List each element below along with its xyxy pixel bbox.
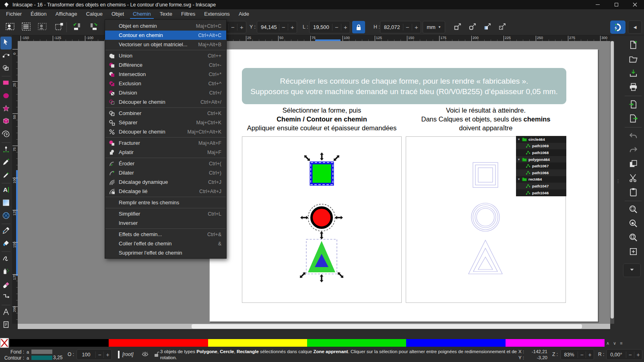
layer-lock-toggle[interactable]: [154, 351, 159, 358]
stroke-width-value[interactable]: 3,25: [53, 355, 62, 360]
y-plus-button[interactable]: +: [288, 24, 297, 31]
menubar-item-extensions[interactable]: Extensions: [200, 9, 234, 19]
tool-star[interactable]: [0, 103, 12, 116]
tool-connector[interactable]: [0, 291, 12, 304]
zoom-plus-button[interactable]: +: [586, 352, 594, 358]
palette-scroll-up-icon[interactable]: ∧: [606, 341, 609, 346]
menu-item-diff-rence[interactable]: DifférenceCtrl+-: [105, 60, 226, 70]
import-button[interactable]: [626, 99, 640, 111]
menu-item-simplifier[interactable]: SimplifierCtrl+L: [105, 209, 226, 218]
export-button[interactable]: [626, 113, 640, 125]
menu-item-aplatir[interactable]: AplatirMaj+F: [105, 148, 226, 157]
menu-item-d-couper-le-chemin[interactable]: Découper le cheminCtrl+Alt+/: [105, 97, 226, 107]
menu-item-d-couper-le-chemin[interactable]: Découper le cheminMaj+Ctrl+Alt+K: [105, 127, 226, 136]
selection-box-button[interactable]: [52, 21, 66, 34]
menu-item-effets-de-chemin[interactable]: Effets de chemin...Ctrl+&: [105, 230, 226, 239]
tool-gradient[interactable]: [0, 197, 12, 210]
save-button[interactable]: [626, 68, 640, 80]
tool-eraser[interactable]: [0, 278, 12, 291]
width-plus-button[interactable]: +: [341, 24, 350, 31]
menu-item-inverser[interactable]: Inverser: [105, 218, 226, 228]
palette-color-swatch[interactable]: [506, 339, 605, 347]
minimize-button[interactable]: [588, 0, 607, 9]
zoom-value[interactable]: 83%: [561, 352, 578, 358]
select-all-layers-button[interactable]: [19, 21, 33, 34]
lock-ratio-button[interactable]: [352, 21, 365, 33]
menubar-item-dition[interactable]: Édition: [26, 9, 51, 19]
menubar-item-affichage[interactable]: Affichage: [51, 9, 82, 19]
tool-pen[interactable]: [0, 144, 12, 156]
rotation-minus-button[interactable]: −: [626, 352, 634, 358]
menu-item-s-parer[interactable]: SéparerMaj+Ctrl+K: [105, 118, 226, 127]
fill-color-swatch[interactable]: [31, 350, 52, 354]
paste-button[interactable]: [626, 187, 640, 199]
stroke-color-swatch[interactable]: [31, 356, 52, 360]
menu-item-dilater[interactable]: DilaterCtrl+): [105, 168, 226, 177]
width-minus-button[interactable]: −: [332, 24, 341, 31]
menubar-item-calque[interactable]: Calque: [82, 9, 107, 19]
palette-color-swatch[interactable]: [109, 339, 208, 347]
unit-dropdown[interactable]: mm ▼: [423, 21, 445, 33]
print-button[interactable]: [626, 82, 640, 94]
width-field-value[interactable]: 19,500: [310, 24, 332, 30]
scale-corners-toggle[interactable]: [466, 21, 479, 33]
menu-item-d-calage-dynamique[interactable]: Décalage dynamiqueCtrl+J: [105, 177, 226, 187]
menubar-item-objet[interactable]: Objet: [107, 9, 128, 19]
scale-stroke-toggle[interactable]: [452, 21, 464, 33]
height-field-value[interactable]: 82,072: [380, 24, 403, 30]
menu-item-division[interactable]: DivisionCtrl+/: [105, 88, 226, 97]
opacity-value[interactable]: 100: [77, 352, 95, 358]
rotation-spinner[interactable]: 0,00° − +: [606, 349, 642, 360]
document-page[interactable]: Récupérer les contours de chaque forme, …: [209, 49, 598, 322]
tool-paint-bucket[interactable]: [0, 238, 12, 251]
rotate-ccw-button[interactable]: [70, 21, 84, 34]
menu-item-intersection[interactable]: IntersectionCtrl+*: [105, 70, 226, 79]
x-plus-button[interactable]: +: [237, 24, 246, 31]
tool-selector[interactable]: [0, 37, 12, 49]
zoom-page-button[interactable]: [626, 232, 640, 244]
toolbar-overflow-handle[interactable]: ⋮: [616, 180, 620, 182]
opacity-minus-button[interactable]: −: [95, 352, 103, 358]
palette-color-swatch[interactable]: [406, 339, 505, 347]
y-field-value[interactable]: 94,145: [257, 24, 279, 30]
close-button[interactable]: [625, 0, 644, 9]
zoom-selection-button[interactable]: [626, 204, 640, 216]
no-color-swatch[interactable]: [0, 338, 9, 348]
deselect-button[interactable]: [35, 21, 49, 34]
menu-item-combiner[interactable]: CombinerCtrl+K: [105, 109, 226, 118]
tool-spray[interactable]: [0, 265, 12, 278]
height-field[interactable]: 82,072 − +: [380, 21, 421, 33]
palette-scroll-down-icon[interactable]: ∨: [613, 341, 616, 346]
tool-box-3d[interactable]: [0, 116, 12, 129]
vertical-scrollbar[interactable]: [610, 41, 614, 324]
y-field[interactable]: 94,145 − +: [257, 21, 297, 33]
tool-ellipse[interactable]: [0, 90, 12, 103]
tool-text[interactable]: A: [0, 184, 12, 197]
x-minus-button[interactable]: −: [228, 24, 237, 31]
menu-item-roder[interactable]: ÉroderCtrl+(: [105, 159, 226, 168]
current-layer[interactable]: [root]: [122, 352, 133, 357]
menu-item-objet-en-chemin[interactable]: Objet en cheminMaj+Ctrl+C: [105, 21, 226, 31]
maximize-button[interactable]: [607, 0, 625, 9]
menubar-item-aide[interactable]: Aide: [234, 9, 254, 19]
zoom-minus-button[interactable]: −: [578, 352, 586, 358]
rotation-value[interactable]: 0,00°: [607, 352, 626, 358]
menu-item-remplir-entre-les-chemins[interactable]: Remplir entre les chemins: [105, 198, 226, 207]
menu-item-exclusion[interactable]: ExclusionCtrl+^: [105, 79, 226, 88]
opacity-plus-button[interactable]: +: [103, 352, 111, 358]
palette-color-swatch[interactable]: [208, 339, 307, 347]
horizontal-scrollbar[interactable]: [18, 324, 610, 329]
height-plus-button[interactable]: +: [412, 24, 421, 31]
menu-item-supprimer-l-effet-de-chemin[interactable]: Supprimer l'effet de chemin: [105, 248, 226, 257]
rotate-cw-button[interactable]: [87, 21, 100, 34]
snap-bar-collapse-button[interactable]: ◀: [628, 21, 642, 34]
tool-tweak[interactable]: [0, 253, 12, 265]
menu-item-vectoriser-un-objet-matriciel[interactable]: Vectoriser un objet matriciel...Maj+Alt+…: [105, 40, 226, 49]
menubar-item-fichier[interactable]: Fichier: [2, 9, 26, 19]
layer-visibility-toggle[interactable]: [142, 351, 149, 358]
duplicate-button[interactable]: [626, 158, 640, 171]
tool-calligraphy[interactable]: [0, 169, 12, 182]
opacity-spinner[interactable]: 100 − +: [76, 349, 112, 360]
height-minus-button[interactable]: −: [403, 24, 412, 31]
tool-pencil[interactable]: [0, 156, 12, 169]
